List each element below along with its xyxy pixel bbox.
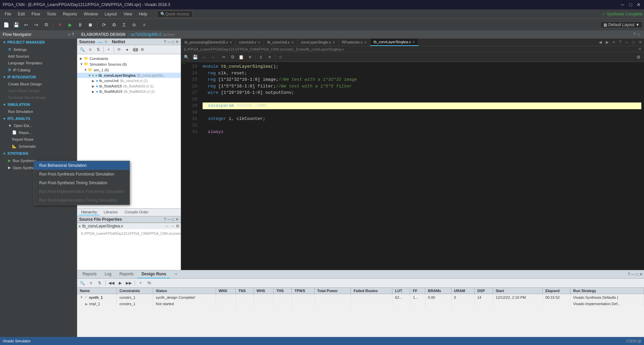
tab-close-icon[interactable]: ✕: [637, 39, 644, 46]
dr-play-button[interactable]: ▶: [116, 279, 124, 287]
tree-item-tb-float-add[interactable]: ▶ ● tb_floatAdd16 (tb_floatAdd16.v) (1): [77, 83, 181, 89]
dr-filter-button[interactable]: ≡: [87, 279, 95, 287]
elab-expand-icon[interactable]: □: [638, 32, 640, 37]
nav-item-create-block-design[interactable]: Create Block Design: [0, 81, 77, 87]
tab-tb-conv-unit[interactable]: tb_convUnit.v ✕: [264, 39, 298, 46]
bottom-tab-design-runs[interactable]: Design Runs: [138, 270, 170, 278]
tab-active-close[interactable]: ✕: [412, 40, 415, 44]
tab-rfselector[interactable]: RFselector.v ✕: [339, 39, 370, 46]
nav-item-schematic[interactable]: 📐 Schematic: [0, 143, 77, 150]
table-row-impl1[interactable]: ▶ impl_1 constrs_1 Not started: [77, 301, 644, 307]
flow-nav-collapse-icon[interactable]: ≡: [68, 32, 70, 37]
design-runs-close[interactable]: ✕: [171, 271, 181, 278]
tree-item-tb-conv-layer[interactable]: ▼ ● ● tb_convLayerSinglea (tb_convLayerS…: [77, 73, 181, 78]
tab-tb-conv-layer-singlea[interactable]: tb_convLayerSinglea.v ✕: [370, 39, 419, 46]
refresh-button[interactable]: ⟳: [99, 20, 109, 29]
sfp-close-icon[interactable]: ✕: [175, 217, 179, 222]
sfp-help-icon[interactable]: ?: [164, 217, 166, 222]
editor-bookmark-button[interactable]: ☆: [277, 53, 285, 61]
bottom-panel-help-icon[interactable]: ?: [628, 272, 630, 277]
tab-tb-processing-element[interactable]: tb_processingElement16.v ✕: [181, 39, 236, 46]
bottom-tab-log[interactable]: Log: [101, 270, 115, 278]
nav-item-report-noise[interactable]: Report Noise: [0, 136, 77, 143]
editor-save-button[interactable]: 💾: [191, 53, 199, 61]
ctx-run-behavioral-sim[interactable]: Run Behavioral Simulation: [34, 161, 129, 170]
tab-nav-left[interactable]: ◀: [597, 39, 604, 46]
sources-minimize-icon[interactable]: ─: [167, 40, 170, 44]
tab-help-icon[interactable]: ?: [617, 39, 624, 46]
table-row-synth1[interactable]: ▼ ✓ synth_1 constrs_1 synth_design Compl…: [77, 294, 644, 301]
dr-percent-button[interactable]: %: [146, 279, 153, 287]
sources-libraries-tab[interactable]: Libraries: [101, 209, 120, 215]
copy-button[interactable]: ⧉: [42, 20, 51, 29]
dr-search-button[interactable]: 🔍: [78, 279, 86, 287]
bottom-panel-close-icon[interactable]: ✕: [639, 272, 643, 277]
sources-compile-tab[interactable]: Compile Order: [122, 209, 151, 215]
nav-item-add-sources[interactable]: Add Sources: [0, 53, 77, 60]
pause-button[interactable]: ⏸: [75, 20, 85, 29]
tab-expand-icon[interactable]: □: [630, 39, 637, 46]
delete-button[interactable]: ✕: [55, 20, 65, 29]
run-button[interactable]: ▶: [65, 20, 75, 29]
settings-button[interactable]: ⚙: [109, 20, 119, 29]
bottom-panel-expand-icon[interactable]: □: [636, 272, 638, 277]
nav-item-settings[interactable]: ⚙ Settings: [0, 46, 77, 53]
stop-button[interactable]: ⏹: [86, 20, 95, 29]
sources-settings-button[interactable]: ⚙: [139, 46, 146, 53]
code-area[interactable]: | 23 24 25 26 27 28 29 30 31 32 33: [181, 62, 644, 270]
tab-conv-unit[interactable]: convUnit.v ✕: [236, 39, 264, 46]
sfp-props-settings[interactable]: ⚙: [176, 224, 179, 228]
sources-help-icon[interactable]: ?: [164, 40, 166, 44]
tab-rfs-close[interactable]: ✕: [364, 41, 367, 44]
menu-help[interactable]: Help: [136, 10, 151, 18]
nav-item-run-simulation[interactable]: Run Simulation: [0, 108, 77, 115]
maximize-button[interactable]: □: [628, 2, 633, 7]
editor-cut-button[interactable]: ✂: [220, 53, 228, 61]
editor-redo-button[interactable]: →: [209, 53, 217, 61]
netlist-tab[interactable]: Netlist: [112, 39, 125, 44]
undo-button[interactable]: ↩: [21, 20, 31, 29]
editor-settings-right-button[interactable]: ⚙: [635, 53, 643, 61]
flow-nav-help-icon[interactable]: ?: [72, 32, 74, 37]
tree-item-sim-sources[interactable]: ▼ 📁 Simulation Sources (6): [77, 61, 181, 67]
tab-nav-right[interactable]: ▶: [604, 39, 611, 46]
editor-delete-button[interactable]: ✕: [246, 53, 254, 61]
dr-next-button[interactable]: ▶▶: [125, 279, 132, 287]
bottom-tab-reports1[interactable]: Reports: [78, 270, 101, 278]
menu-view[interactable]: View: [120, 10, 136, 18]
layout-selector[interactable]: ▦ Default Layout ▼: [600, 21, 643, 28]
editor-search-button[interactable]: 🔍: [182, 53, 191, 61]
sources-hierarchy-tab[interactable]: Hierarchy: [78, 209, 100, 215]
sources-close-icon[interactable]: ✕: [104, 40, 108, 44]
ctx-run-post-synth-timing-sim[interactable]: Run Post-Synthesis Timing Simulation: [34, 179, 129, 187]
sources-refresh-button[interactable]: ⟳: [115, 46, 123, 53]
sigma-button[interactable]: Σ: [119, 20, 129, 29]
tab-tb-cu-close[interactable]: ✕: [291, 41, 294, 44]
sfp-nav-right[interactable]: →: [170, 224, 174, 228]
editor-comment-button[interactable]: //: [257, 53, 265, 61]
bottom-tab-reports2[interactable]: Reports: [115, 270, 138, 278]
menu-edit[interactable]: Edit: [14, 10, 28, 18]
editor-path-close[interactable]: ✕: [638, 47, 641, 51]
quick-access-bar[interactable]: 🔍 Quick Access: [157, 11, 193, 17]
nav-section-synthesis-header[interactable]: ▼ SYNTHESIS: [0, 150, 77, 157]
tab-conv-unit-close[interactable]: ✕: [258, 41, 260, 44]
dr-prev-button[interactable]: ◀◀: [108, 279, 115, 287]
editor-copy-button[interactable]: ⧉: [228, 53, 236, 61]
tab-list-icon[interactable]: ≡: [611, 39, 617, 46]
tab-cls-close[interactable]: ✕: [332, 41, 335, 44]
sources-filter-button[interactable]: ≡: [87, 46, 94, 53]
tab-tb-pe-close[interactable]: ✕: [229, 41, 232, 44]
editor-uncomment-button[interactable]: ≡: [266, 53, 274, 61]
sources-sort-button[interactable]: ⇅: [95, 46, 102, 53]
new-file-button[interactable]: 📄: [1, 20, 11, 29]
nav-section-ip-integrator-header[interactable]: ▼ IP INTEGRATOR: [0, 73, 77, 81]
sources-search-button[interactable]: 🔍: [78, 46, 86, 53]
tree-item-tb-float-mult[interactable]: ▶ ● tb_floatMult16 (tb_floatMult16.v) (1…: [77, 89, 181, 94]
nav-item-open-elaborated[interactable]: ▼ Open Ela...: [0, 122, 77, 129]
menu-reports[interactable]: Reports: [59, 10, 80, 18]
tree-item-sim1[interactable]: ▼ 📁 sim_1 (6): [77, 67, 181, 73]
save-button[interactable]: 💾: [11, 20, 21, 29]
tree-item-tb-conv-unit[interactable]: ▶ ● tb_convUnit (tb_convUnit.v) (1): [77, 78, 181, 83]
menu-window[interactable]: Window: [80, 10, 101, 18]
